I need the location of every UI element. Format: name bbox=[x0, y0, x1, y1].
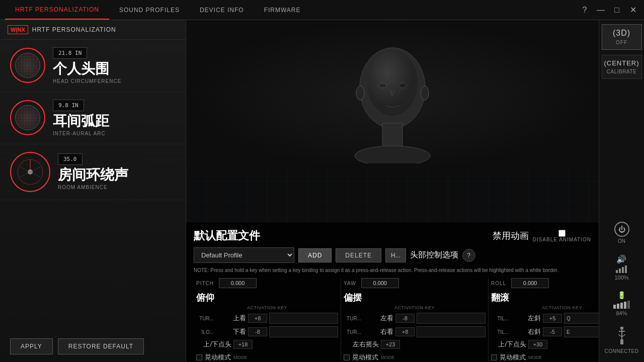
ear-icon-inner bbox=[15, 105, 40, 130]
roll-activation-key-label: ACTIVATION KEY bbox=[491, 305, 599, 310]
svg-point-12 bbox=[356, 86, 364, 100]
yaw-shake-en: MODE bbox=[381, 355, 394, 360]
3d-sub-label: OFF bbox=[616, 40, 627, 45]
pitch-shake-row: 晃动模式 MODE bbox=[196, 353, 338, 362]
pitch-value-input[interactable] bbox=[219, 278, 257, 288]
svg-line-3 bbox=[30, 167, 40, 172]
pitch-val-0: +8 bbox=[248, 314, 267, 323]
head-circumference-value[interactable]: 21.8 IN bbox=[53, 47, 87, 59]
roll-value-input[interactable] bbox=[511, 278, 549, 288]
pitch-key-1[interactable] bbox=[269, 326, 338, 337]
nav-device-info[interactable]: DEVICE INFO bbox=[190, 0, 254, 20]
close-icon[interactable]: ✕ bbox=[627, 4, 639, 16]
head-icon-inner bbox=[15, 53, 40, 78]
disable-animation-checkbox[interactable] bbox=[558, 230, 566, 237]
yaw-label-en: YAW bbox=[344, 281, 356, 286]
center-button[interactable]: (CENTER) CALIBRATE bbox=[602, 55, 642, 79]
head-ctrl-label: 头部控制选项 bbox=[410, 250, 458, 260]
inter-aural-cn: 耳间弧距 bbox=[53, 114, 109, 129]
yaw-shake-row: 晃动模式 MODE bbox=[344, 353, 486, 362]
main-layout: W|NX HRTF PERSONALIZATION 21.8 IN 个人头围 H… bbox=[0, 20, 644, 362]
room-ambience-en: ROOM AMBIENCE bbox=[58, 185, 108, 190]
top-navigation: HRTF PERSONALIZATION SOUND PROFILES DEVI… bbox=[0, 0, 644, 20]
minimize-icon[interactable]: — bbox=[595, 4, 607, 16]
yaw-value-input[interactable] bbox=[361, 278, 399, 288]
vol-bar-2 bbox=[619, 268, 621, 273]
nav-sound-profiles[interactable]: SOUND PROFILES bbox=[109, 0, 190, 20]
battery-bars bbox=[613, 301, 630, 309]
add-profile-button[interactable]: ADD bbox=[298, 248, 332, 262]
roll-shake-cn: 晃动模式 bbox=[500, 353, 526, 362]
left-panel: W|NX HRTF PERSONALIZATION 21.8 IN 个人头围 H… bbox=[0, 20, 186, 362]
bat-bar-3 bbox=[620, 303, 623, 309]
controls-area: 默认配置文件 禁用动画 DISABLE ANIMATION Default Pr… bbox=[186, 222, 599, 362]
volume-section: 🔊 100% bbox=[610, 250, 632, 285]
panel-buttons: APPLY RESTORE DEFAULT bbox=[0, 331, 186, 362]
inter-aural-val-row: 9.8 IN bbox=[53, 100, 84, 111]
yaw-shake-checkbox[interactable] bbox=[344, 354, 350, 360]
roll-label-cn: 翻滚 bbox=[491, 292, 599, 304]
svg-point-13 bbox=[421, 86, 429, 100]
pitch-row-2: 上/下点头 +18 bbox=[196, 340, 338, 349]
head-circ-val-row: 21.8 IN bbox=[53, 47, 87, 59]
roll-row-1: TIL... 右斜 -5 bbox=[491, 326, 599, 337]
motion-axes-row: PITCH 俯仰 ACTIVATION KEY TUR... 上看 +8 ILO bbox=[194, 278, 591, 362]
pitch-activation-key-label: ACTIVATION KEY bbox=[196, 305, 338, 310]
svg-point-9 bbox=[355, 146, 430, 163]
profile-select[interactable]: Default Profile bbox=[194, 247, 294, 263]
3d-button[interactable]: (3D) OFF bbox=[602, 24, 642, 50]
yaw-val-0: -8 bbox=[395, 314, 415, 323]
usb-svg bbox=[616, 327, 628, 344]
pitch-key-0[interactable] bbox=[269, 313, 338, 324]
center-panel: AUDEZE HYPERX™ bbox=[186, 20, 599, 362]
head-circ-text: 21.8 IN 个人头围 HEAD CIRCUMFERENCE bbox=[53, 47, 121, 84]
roll-val-0: +5 bbox=[543, 314, 562, 323]
maximize-icon[interactable]: □ bbox=[611, 4, 623, 16]
room-ambience-text: 35.0 房间环绕声 ROOM AMBIENCE bbox=[58, 153, 128, 190]
yaw-val-1: +8 bbox=[395, 327, 415, 336]
vol-bar-3 bbox=[622, 267, 624, 273]
roll-key-0[interactable] bbox=[564, 313, 599, 324]
roll-shake-checkbox[interactable] bbox=[491, 354, 497, 360]
pitch-val-1: -8 bbox=[248, 327, 267, 336]
pitch-row-0: TUR... 上看 +8 bbox=[196, 313, 338, 324]
nav-hrtf[interactable]: HRTF PERSONALIZATION bbox=[5, 0, 109, 20]
room-ambience-value[interactable]: 35.0 bbox=[58, 153, 83, 165]
roll-dir-0: 左斜 bbox=[511, 314, 541, 323]
yaw-key-1[interactable] bbox=[417, 326, 486, 337]
apply-button[interactable]: APPLY bbox=[10, 338, 53, 354]
head-ctrl-help-button[interactable]: ? bbox=[462, 249, 475, 262]
power-button[interactable]: ⏻ ON bbox=[610, 218, 633, 248]
roll-header: ROLL bbox=[491, 278, 599, 288]
roll-key-1[interactable] bbox=[564, 326, 599, 337]
vol-bar-1 bbox=[616, 270, 618, 273]
yaw-key-0[interactable] bbox=[417, 313, 486, 324]
connected-label: CONNECTED bbox=[605, 348, 639, 354]
profile-header-row: 默认配置文件 禁用动画 DISABLE ANIMATION bbox=[194, 228, 591, 243]
disable-animation-row: 禁用动画 DISABLE ANIMATION bbox=[493, 230, 591, 242]
roll-dir-1: 右斜 bbox=[511, 327, 541, 336]
yaw-row-0: TUR... 左看 -8 bbox=[344, 313, 486, 324]
left-panel-title: HRTF PERSONALIZATION bbox=[32, 26, 116, 33]
inter-aural-en: INTER-AURAL ARC bbox=[53, 131, 106, 136]
head-circumference-en: HEAD CIRCUMFERENCE bbox=[53, 78, 121, 84]
svg-line-6 bbox=[20, 172, 30, 177]
h-button[interactable]: H... bbox=[385, 248, 406, 262]
profile-select-row: Default Profile ADD DELETE H... 头部控制选项 ? bbox=[194, 247, 591, 263]
inter-aural-value[interactable]: 9.8 IN bbox=[53, 100, 84, 111]
delete-profile-button[interactable]: DELETE bbox=[336, 248, 381, 262]
inter-aural-text: 9.8 IN 耳间弧距 INTER-AURAL ARC bbox=[53, 100, 109, 136]
window-controls: ? — □ ✕ bbox=[579, 4, 639, 16]
disable-anim-label-cn: 禁用动画 bbox=[493, 230, 529, 242]
bat-bar-2 bbox=[617, 304, 619, 309]
volume-bars bbox=[616, 265, 627, 273]
nav-firmware[interactable]: FIRMWARE bbox=[254, 0, 311, 20]
restore-default-button[interactable]: RESTORE DEFAULT bbox=[58, 338, 144, 354]
yaw-dir-1: 右看 bbox=[363, 327, 393, 336]
help-icon[interactable]: ? bbox=[579, 4, 591, 16]
connected-section: CONNECTED bbox=[601, 323, 643, 358]
pitch-shake-cn: 晃动模式 bbox=[205, 353, 231, 362]
yaw-dir-0: 左看 bbox=[363, 314, 393, 323]
pitch-shake-checkbox[interactable] bbox=[196, 354, 202, 360]
roll-dir-2: 上/下点头 bbox=[491, 340, 526, 349]
